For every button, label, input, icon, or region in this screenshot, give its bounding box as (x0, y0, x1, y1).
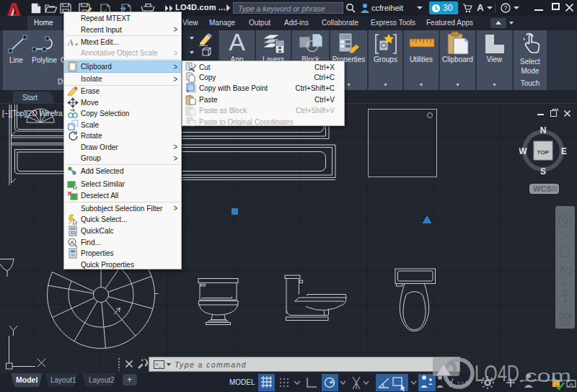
svg-text:A: A (67, 37, 74, 48)
svg-text:N: N (540, 125, 547, 135)
svg-text:E: E (561, 146, 567, 156)
svg-text:LO4D: LO4D (475, 361, 519, 386)
svg-text:?: ? (503, 4, 507, 12)
svg-text:S: S (540, 166, 546, 177)
svg-text:W: W (519, 146, 527, 156)
svg-text:.com: .com (518, 366, 571, 386)
svg-text:A: A (70, 239, 74, 246)
svg-text:TOP: TOP (537, 149, 550, 156)
